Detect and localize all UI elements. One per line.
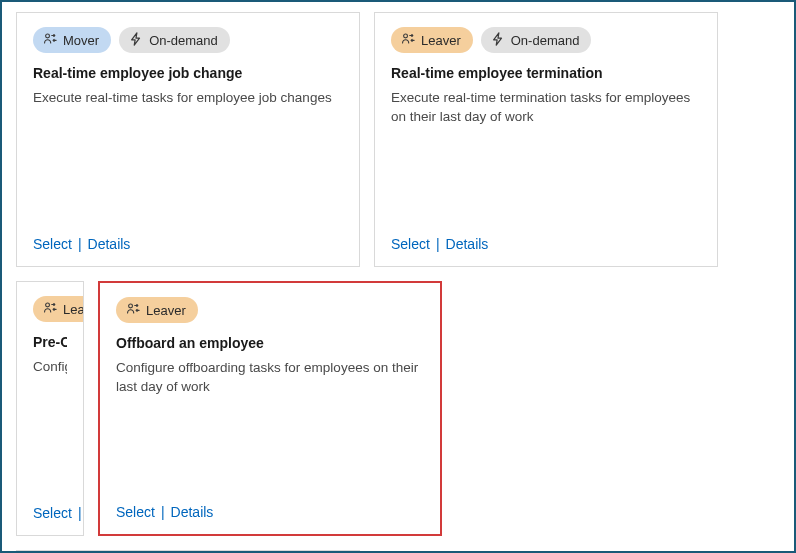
card-actions: Select|Details — [391, 236, 701, 252]
tag-mover: Mover — [33, 27, 111, 53]
tag-row: LeaverOn-demand — [391, 27, 701, 53]
template-card: LeaverPre-OffboardConfigure pre before t… — [16, 281, 84, 536]
select-link[interactable]: Select — [391, 236, 430, 252]
card-actions: Select|Details — [33, 505, 67, 521]
tag-leaver: Leaver — [33, 296, 84, 322]
person-swap-icon — [43, 301, 57, 318]
tag-leaver: Leaver — [116, 297, 198, 323]
tag-row: MoverOn-demand — [33, 27, 343, 53]
details-link[interactable]: Details — [88, 236, 131, 252]
tag-label: On-demand — [511, 33, 580, 48]
card-actions: Select|Details — [33, 236, 343, 252]
select-link[interactable]: Select — [33, 236, 72, 252]
template-card: LeaverOffboard an employeeConfigure offb… — [98, 281, 442, 536]
details-link[interactable]: Details — [446, 236, 489, 252]
template-card: MoverOn-demandReal-time employee job cha… — [16, 12, 360, 267]
person-swap-icon — [126, 302, 140, 319]
select-link[interactable]: Select — [116, 504, 155, 520]
svg-point-0 — [46, 34, 50, 38]
card-actions: Select|Details — [116, 504, 424, 520]
tag-label: Mover — [63, 33, 99, 48]
template-card: LeaverOn-demandReal-time employee termin… — [374, 12, 718, 267]
flash-icon — [491, 32, 505, 49]
card-title: Real-time employee termination — [391, 65, 701, 81]
svg-point-3 — [129, 304, 133, 308]
person-swap-icon — [43, 32, 57, 49]
card-title: Pre-Offboard — [33, 334, 67, 350]
card-description: Configure offboarding tasks for employee… — [116, 359, 424, 397]
separator: | — [161, 504, 165, 520]
card-description: Configure pre before their la — [33, 358, 67, 377]
card-description: Execute real-time termination tasks for … — [391, 89, 701, 127]
details-link[interactable]: Details — [171, 504, 214, 520]
card-title: Real-time employee job change — [33, 65, 343, 81]
tag-ondemand: On-demand — [119, 27, 230, 53]
separator: | — [78, 236, 82, 252]
tag-label: Leaver — [421, 33, 461, 48]
tag-label: Leaver — [146, 303, 186, 318]
tag-label: On-demand — [149, 33, 218, 48]
tag-ondemand: On-demand — [481, 27, 592, 53]
separator: | — [436, 236, 440, 252]
card-description: Execute real-time tasks for employee job… — [33, 89, 343, 108]
tag-row: Leaver — [116, 297, 424, 323]
flash-icon — [129, 32, 143, 49]
tag-row: Leaver — [33, 296, 67, 322]
svg-point-2 — [46, 303, 50, 307]
template-grid: MoverOn-demandReal-time employee job cha… — [16, 12, 794, 553]
select-link[interactable]: Select — [33, 505, 72, 521]
card-title: Offboard an employee — [116, 335, 424, 351]
person-swap-icon — [401, 32, 415, 49]
separator: | — [78, 505, 82, 521]
tag-leaver: Leaver — [391, 27, 473, 53]
tag-label: Leaver — [63, 302, 84, 317]
svg-point-1 — [404, 34, 408, 38]
